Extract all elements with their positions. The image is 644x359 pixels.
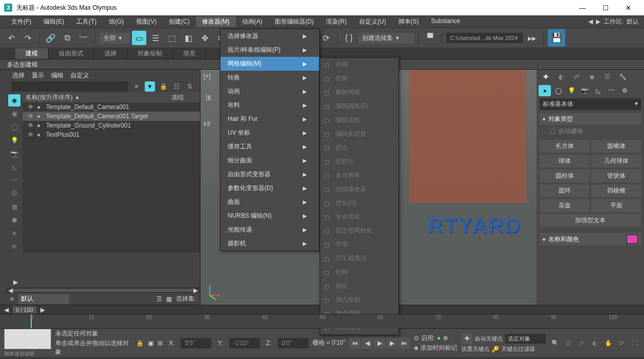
- menu-8[interactable]: 图形编辑器(D): [269, 16, 320, 27]
- scene-row[interactable]: 👁●Template_Default_Camera001.Target: [23, 112, 200, 121]
- fov-icon[interactable]: ◐: [590, 338, 600, 348]
- name-color-rollout[interactable]: 名称和颜色: [540, 233, 641, 245]
- scrollbar[interactable]: [13, 289, 193, 292]
- pan-icon[interactable]: ✋: [603, 338, 613, 348]
- mesh-item[interactable]: ◻平滑: [320, 238, 398, 251]
- save-big-button[interactable]: 💾: [548, 29, 565, 47]
- hierarchy-icon[interactable]: ☷: [171, 81, 182, 92]
- enable-dot[interactable]: ●: [437, 334, 440, 342]
- autogrid-checkbox[interactable]: ☐ 自动栅格: [540, 125, 641, 138]
- mesh-item[interactable]: ◻面挤出: [320, 155, 398, 168]
- maximize-button[interactable]: ☐: [594, 0, 617, 15]
- menu-11[interactable]: 脚本(S): [392, 16, 425, 27]
- modify-tab-icon[interactable]: ◐: [555, 71, 567, 83]
- systems-icon[interactable]: ⚙: [618, 85, 631, 96]
- scroll-left-icon[interactable]: ◀: [8, 287, 13, 294]
- mesh-item[interactable]: ◻补洞: [320, 58, 398, 72]
- mesh-item[interactable]: ◻优化(O): [320, 196, 398, 210]
- track-bar[interactable]: 0102030405060708090100: [0, 314, 644, 328]
- primitive-button[interactable]: 长方体: [540, 140, 589, 153]
- lock-selection-icon[interactable]: 🔒: [136, 340, 144, 347]
- ribbon-tab-0[interactable]: 建模: [15, 48, 49, 59]
- create-tab-icon[interactable]: ✚: [540, 71, 552, 83]
- autokey-button[interactable]: 自动关键点: [475, 335, 503, 343]
- filter-hidden-icon[interactable]: 👁: [8, 241, 20, 253]
- mesh-item[interactable]: ◻挤出: [320, 141, 398, 155]
- spacewarps-icon[interactable]: 〰: [605, 85, 617, 96]
- filter-shape-icon[interactable]: ◯: [8, 121, 20, 133]
- menu-10[interactable]: 自定义(U): [353, 16, 392, 27]
- ribbon-tab-4[interactable]: 填充: [173, 48, 206, 59]
- lock-icon[interactable]: 🔒: [158, 81, 168, 92]
- filter-frozen-icon[interactable]: ❄: [8, 227, 20, 240]
- workspace-dropdown[interactable]: 默认: [627, 17, 639, 26]
- redo-button[interactable]: ↷: [20, 31, 35, 45]
- mesh-item[interactable]: ◻法线修改器: [320, 182, 398, 196]
- goto-end-button[interactable]: ⏭: [398, 337, 410, 349]
- mesh-item[interactable]: ◻删除网格: [320, 86, 398, 99]
- next-frame-button[interactable]: ▶: [386, 337, 397, 349]
- primitive-button[interactable]: 球体: [540, 155, 589, 167]
- isolate-icon2[interactable]: ▣: [148, 340, 153, 347]
- modifier-item[interactable]: 曲面▶: [220, 195, 319, 209]
- primitive-dropdown[interactable]: 标准基本体▾: [540, 98, 641, 110]
- shapes-icon[interactable]: ◯: [552, 85, 564, 96]
- lights-icon[interactable]: 💡: [565, 85, 578, 96]
- layer-icon[interactable]: ≡: [10, 295, 14, 303]
- layer-input[interactable]: [18, 294, 69, 304]
- goto-start-button[interactable]: ⏮: [349, 337, 361, 349]
- helpers-icon[interactable]: ◺: [592, 85, 604, 96]
- y-value[interactable]: -1'10": [229, 338, 260, 348]
- ribbon-tab-2[interactable]: 选择: [94, 48, 127, 59]
- ribbon-tab-3[interactable]: 对象绘制: [127, 48, 173, 59]
- menu-7[interactable]: 动画(A): [236, 16, 269, 27]
- next-icon[interactable]: ▶: [596, 18, 601, 25]
- modifier-item[interactable]: 参数化变形器(D)▶: [220, 181, 319, 195]
- primitive-button[interactable]: 加强型文本: [540, 214, 641, 227]
- maxscript-thumb[interactable]: [4, 329, 51, 349]
- primitive-button[interactable]: 圆柱体: [540, 170, 589, 182]
- scene-search-input[interactable]: [11, 81, 128, 92]
- modifier-item[interactable]: 动画▶: [220, 85, 319, 98]
- mesh-item[interactable]: ◻切角: [320, 72, 398, 86]
- z-value[interactable]: 0'0": [278, 338, 308, 348]
- sp-custom[interactable]: 自定义: [71, 71, 89, 80]
- mesh-item[interactable]: ◻STL 检查(I): [320, 251, 398, 265]
- setkey-button[interactable]: 设置关键点: [461, 345, 490, 353]
- mesh-item[interactable]: ◻细化: [320, 279, 398, 293]
- primitive-button[interactable]: 几何球体: [591, 155, 641, 167]
- modifier-item[interactable]: NURBS 编辑(N)▶: [220, 209, 319, 223]
- freeze-col[interactable]: 冻结: [171, 93, 197, 101]
- cameras-icon[interactable]: 📷: [579, 85, 591, 96]
- bind-button[interactable]: 〰: [76, 31, 91, 45]
- maximize-vp-icon[interactable]: ⛶: [630, 338, 640, 348]
- primitive-button[interactable]: 圆锥体: [591, 140, 641, 153]
- orbit-icon[interactable]: ⟳: [616, 338, 627, 348]
- mesh-item[interactable]: ◻多分辨率: [320, 168, 398, 182]
- menu-4[interactable]: 视图(V): [130, 16, 163, 27]
- window-crossing-button[interactable]: ◧: [181, 31, 195, 45]
- expand-icon[interactable]: ▸▸: [525, 31, 539, 45]
- edit-selection-button[interactable]: { }: [342, 31, 356, 45]
- ribbon-tab-1[interactable]: 自由形式: [49, 48, 94, 59]
- modifier-item[interactable]: 光能传递▶: [220, 223, 319, 237]
- zoom-icon[interactable]: 🔍: [550, 338, 560, 348]
- filter-light-icon[interactable]: 💡: [8, 134, 20, 146]
- primitive-button[interactable]: 四棱锥: [591, 184, 641, 197]
- menu-1[interactable]: 编辑(E): [37, 16, 70, 27]
- filter-icon[interactable]: ▼: [145, 81, 155, 92]
- sel-obj-dropdown[interactable]: 选定对象: [505, 334, 546, 344]
- scene-row[interactable]: 👁●Template_Ground_Cylinder001: [23, 121, 200, 130]
- x-value[interactable]: 5'5": [181, 338, 211, 348]
- undo-button[interactable]: ↶: [4, 31, 18, 45]
- mesh-item[interactable]: ◻四边形网格化: [320, 224, 398, 238]
- coord-mode-icon[interactable]: ⊞: [158, 340, 163, 347]
- select-name-button[interactable]: ☰: [148, 31, 163, 45]
- modifier-item[interactable]: 布料▶: [220, 98, 319, 112]
- expand-panel-icon[interactable]: ▶: [7, 278, 24, 287]
- select-move-button[interactable]: ✥: [197, 31, 212, 45]
- project-path[interactable]: C:\Users\ad…ds Max 2024: [446, 33, 523, 43]
- mesh-item[interactable]: ◻对称: [320, 265, 398, 279]
- hierarchy-tab-icon[interactable]: ☍: [570, 71, 583, 83]
- key-icon[interactable]: 🔑: [492, 346, 499, 353]
